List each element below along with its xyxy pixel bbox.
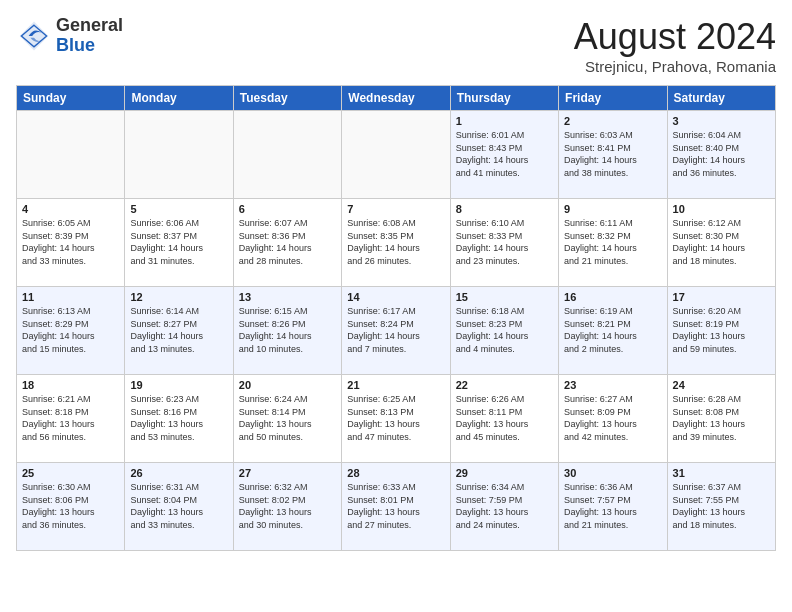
day-info: Sunrise: 6:14 AM Sunset: 8:27 PM Dayligh… xyxy=(130,305,227,355)
day-info: Sunrise: 6:37 AM Sunset: 7:55 PM Dayligh… xyxy=(673,481,770,531)
calendar-cell: 6Sunrise: 6:07 AM Sunset: 8:36 PM Daylig… xyxy=(233,199,341,287)
day-info: Sunrise: 6:26 AM Sunset: 8:11 PM Dayligh… xyxy=(456,393,553,443)
week-row-5: 25Sunrise: 6:30 AM Sunset: 8:06 PM Dayli… xyxy=(17,463,776,551)
day-number: 1 xyxy=(456,115,553,127)
day-number: 4 xyxy=(22,203,119,215)
column-header-sunday: Sunday xyxy=(17,86,125,111)
day-info: Sunrise: 6:27 AM Sunset: 8:09 PM Dayligh… xyxy=(564,393,661,443)
calendar-cell: 17Sunrise: 6:20 AM Sunset: 8:19 PM Dayli… xyxy=(667,287,775,375)
day-number: 5 xyxy=(130,203,227,215)
column-header-thursday: Thursday xyxy=(450,86,558,111)
day-number: 6 xyxy=(239,203,336,215)
day-info: Sunrise: 6:05 AM Sunset: 8:39 PM Dayligh… xyxy=(22,217,119,267)
calendar-cell: 9Sunrise: 6:11 AM Sunset: 8:32 PM Daylig… xyxy=(559,199,667,287)
calendar-table: SundayMondayTuesdayWednesdayThursdayFrid… xyxy=(16,85,776,551)
header-row: SundayMondayTuesdayWednesdayThursdayFrid… xyxy=(17,86,776,111)
calendar-cell: 2Sunrise: 6:03 AM Sunset: 8:41 PM Daylig… xyxy=(559,111,667,199)
day-number: 7 xyxy=(347,203,444,215)
week-row-4: 18Sunrise: 6:21 AM Sunset: 8:18 PM Dayli… xyxy=(17,375,776,463)
logo-icon xyxy=(16,18,52,54)
location: Strejnicu, Prahova, Romania xyxy=(574,58,776,75)
column-header-monday: Monday xyxy=(125,86,233,111)
calendar-cell: 8Sunrise: 6:10 AM Sunset: 8:33 PM Daylig… xyxy=(450,199,558,287)
day-info: Sunrise: 6:21 AM Sunset: 8:18 PM Dayligh… xyxy=(22,393,119,443)
calendar-cell: 21Sunrise: 6:25 AM Sunset: 8:13 PM Dayli… xyxy=(342,375,450,463)
day-number: 29 xyxy=(456,467,553,479)
calendar-cell: 10Sunrise: 6:12 AM Sunset: 8:30 PM Dayli… xyxy=(667,199,775,287)
day-number: 14 xyxy=(347,291,444,303)
day-number: 28 xyxy=(347,467,444,479)
calendar-cell: 31Sunrise: 6:37 AM Sunset: 7:55 PM Dayli… xyxy=(667,463,775,551)
calendar-cell: 7Sunrise: 6:08 AM Sunset: 8:35 PM Daylig… xyxy=(342,199,450,287)
day-number: 21 xyxy=(347,379,444,391)
day-info: Sunrise: 6:12 AM Sunset: 8:30 PM Dayligh… xyxy=(673,217,770,267)
day-info: Sunrise: 6:23 AM Sunset: 8:16 PM Dayligh… xyxy=(130,393,227,443)
day-number: 25 xyxy=(22,467,119,479)
day-number: 24 xyxy=(673,379,770,391)
calendar-cell: 12Sunrise: 6:14 AM Sunset: 8:27 PM Dayli… xyxy=(125,287,233,375)
calendar-cell: 16Sunrise: 6:19 AM Sunset: 8:21 PM Dayli… xyxy=(559,287,667,375)
calendar-cell: 27Sunrise: 6:32 AM Sunset: 8:02 PM Dayli… xyxy=(233,463,341,551)
calendar-cell: 24Sunrise: 6:28 AM Sunset: 8:08 PM Dayli… xyxy=(667,375,775,463)
calendar-cell: 3Sunrise: 6:04 AM Sunset: 8:40 PM Daylig… xyxy=(667,111,775,199)
calendar-cell: 23Sunrise: 6:27 AM Sunset: 8:09 PM Dayli… xyxy=(559,375,667,463)
calendar-cell: 26Sunrise: 6:31 AM Sunset: 8:04 PM Dayli… xyxy=(125,463,233,551)
day-number: 11 xyxy=(22,291,119,303)
calendar-cell: 11Sunrise: 6:13 AM Sunset: 8:29 PM Dayli… xyxy=(17,287,125,375)
day-info: Sunrise: 6:11 AM Sunset: 8:32 PM Dayligh… xyxy=(564,217,661,267)
day-info: Sunrise: 6:17 AM Sunset: 8:24 PM Dayligh… xyxy=(347,305,444,355)
day-info: Sunrise: 6:25 AM Sunset: 8:13 PM Dayligh… xyxy=(347,393,444,443)
day-number: 18 xyxy=(22,379,119,391)
day-info: Sunrise: 6:13 AM Sunset: 8:29 PM Dayligh… xyxy=(22,305,119,355)
day-number: 26 xyxy=(130,467,227,479)
logo-text: General Blue xyxy=(56,16,123,56)
day-info: Sunrise: 6:06 AM Sunset: 8:37 PM Dayligh… xyxy=(130,217,227,267)
logo: General Blue xyxy=(16,16,123,56)
day-number: 12 xyxy=(130,291,227,303)
week-row-3: 11Sunrise: 6:13 AM Sunset: 8:29 PM Dayli… xyxy=(17,287,776,375)
calendar-cell: 25Sunrise: 6:30 AM Sunset: 8:06 PM Dayli… xyxy=(17,463,125,551)
day-number: 17 xyxy=(673,291,770,303)
calendar-cell xyxy=(233,111,341,199)
calendar-cell: 30Sunrise: 6:36 AM Sunset: 7:57 PM Dayli… xyxy=(559,463,667,551)
day-info: Sunrise: 6:30 AM Sunset: 8:06 PM Dayligh… xyxy=(22,481,119,531)
day-number: 23 xyxy=(564,379,661,391)
column-header-saturday: Saturday xyxy=(667,86,775,111)
calendar-cell: 13Sunrise: 6:15 AM Sunset: 8:26 PM Dayli… xyxy=(233,287,341,375)
calendar-cell: 28Sunrise: 6:33 AM Sunset: 8:01 PM Dayli… xyxy=(342,463,450,551)
calendar-cell: 5Sunrise: 6:06 AM Sunset: 8:37 PM Daylig… xyxy=(125,199,233,287)
calendar-cell: 1Sunrise: 6:01 AM Sunset: 8:43 PM Daylig… xyxy=(450,111,558,199)
week-row-2: 4Sunrise: 6:05 AM Sunset: 8:39 PM Daylig… xyxy=(17,199,776,287)
calendar-cell: 14Sunrise: 6:17 AM Sunset: 8:24 PM Dayli… xyxy=(342,287,450,375)
day-number: 22 xyxy=(456,379,553,391)
day-number: 16 xyxy=(564,291,661,303)
day-info: Sunrise: 6:31 AM Sunset: 8:04 PM Dayligh… xyxy=(130,481,227,531)
month-year: August 2024 xyxy=(574,16,776,58)
calendar-cell: 4Sunrise: 6:05 AM Sunset: 8:39 PM Daylig… xyxy=(17,199,125,287)
day-info: Sunrise: 6:07 AM Sunset: 8:36 PM Dayligh… xyxy=(239,217,336,267)
day-info: Sunrise: 6:19 AM Sunset: 8:21 PM Dayligh… xyxy=(564,305,661,355)
day-info: Sunrise: 6:34 AM Sunset: 7:59 PM Dayligh… xyxy=(456,481,553,531)
day-number: 9 xyxy=(564,203,661,215)
day-info: Sunrise: 6:03 AM Sunset: 8:41 PM Dayligh… xyxy=(564,129,661,179)
day-info: Sunrise: 6:28 AM Sunset: 8:08 PM Dayligh… xyxy=(673,393,770,443)
calendar-cell: 20Sunrise: 6:24 AM Sunset: 8:14 PM Dayli… xyxy=(233,375,341,463)
week-row-1: 1Sunrise: 6:01 AM Sunset: 8:43 PM Daylig… xyxy=(17,111,776,199)
title-block: August 2024 Strejnicu, Prahova, Romania xyxy=(574,16,776,75)
day-number: 13 xyxy=(239,291,336,303)
day-number: 2 xyxy=(564,115,661,127)
column-header-tuesday: Tuesday xyxy=(233,86,341,111)
calendar-cell xyxy=(342,111,450,199)
day-number: 15 xyxy=(456,291,553,303)
day-info: Sunrise: 6:18 AM Sunset: 8:23 PM Dayligh… xyxy=(456,305,553,355)
day-number: 20 xyxy=(239,379,336,391)
day-info: Sunrise: 6:08 AM Sunset: 8:35 PM Dayligh… xyxy=(347,217,444,267)
day-number: 10 xyxy=(673,203,770,215)
day-info: Sunrise: 6:33 AM Sunset: 8:01 PM Dayligh… xyxy=(347,481,444,531)
day-number: 27 xyxy=(239,467,336,479)
day-info: Sunrise: 6:20 AM Sunset: 8:19 PM Dayligh… xyxy=(673,305,770,355)
calendar-cell xyxy=(125,111,233,199)
calendar-cell: 29Sunrise: 6:34 AM Sunset: 7:59 PM Dayli… xyxy=(450,463,558,551)
day-info: Sunrise: 6:36 AM Sunset: 7:57 PM Dayligh… xyxy=(564,481,661,531)
column-header-wednesday: Wednesday xyxy=(342,86,450,111)
